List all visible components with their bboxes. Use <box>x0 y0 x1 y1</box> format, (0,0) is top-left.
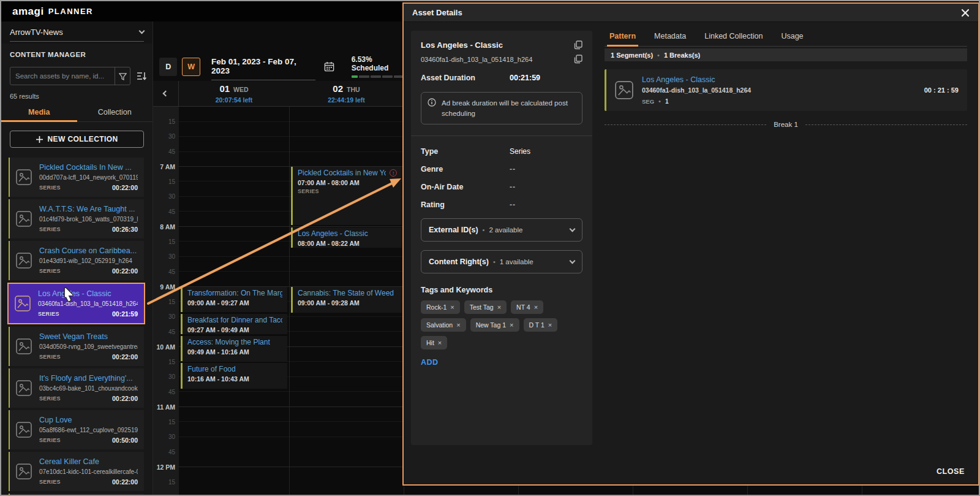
field-value: -- <box>510 165 516 174</box>
remove-tag-icon[interactable]: × <box>438 340 442 346</box>
remove-tag-icon[interactable]: × <box>450 304 454 311</box>
asset-duration: 00:21:59 <box>112 310 138 318</box>
field-label: Rating <box>421 200 510 209</box>
tab-metadata[interactable]: Metadata <box>654 32 686 40</box>
segment-number: 1 <box>665 98 669 105</box>
asset-id: 07e10dc1-kidc-101-cerealkillercafe-0... <box>39 468 138 475</box>
schedule-event[interactable]: Future of Food 10:16 AM - 10:43 AM <box>181 363 287 389</box>
tag-label: Hit <box>426 339 434 346</box>
sort-icon[interactable] <box>137 72 146 80</box>
tag-label: NT 4 <box>516 303 530 311</box>
asset-info-card: Los Angeles - Classic 03460fa1-dish_103_… <box>411 31 592 445</box>
date-range[interactable]: Feb 01, 2023 - Feb 07, 2023 <box>211 57 315 80</box>
content-rights-accordion[interactable]: Content Right(s) • 1 available <box>421 250 582 273</box>
list-item[interactable]: Sweet Vegan Treats 034d0509-rvng_109_swe… <box>9 327 144 366</box>
asset-duration-value: 00:21:59 <box>510 74 540 82</box>
tag-chip[interactable]: Test Tag× <box>464 300 507 314</box>
image-placeholder-icon <box>15 296 31 311</box>
tag-chip[interactable]: NT 4× <box>511 300 543 314</box>
asset-title: It's Floofy and Everything'... <box>39 374 138 383</box>
tags-title: Tags and Keywords <box>421 286 582 294</box>
event-title: Transformation: On The Margins <box>187 289 282 297</box>
asset-id: 05a8f686-ewt_112_cuplove_092519_... <box>39 427 138 433</box>
tag-label: Test Tag <box>470 303 494 311</box>
week-view-button[interactable]: W <box>182 58 200 76</box>
remove-tag-icon[interactable]: × <box>548 322 552 329</box>
field-label: Type <box>421 147 510 156</box>
event-title: Los Angeles - Classic <box>298 229 397 238</box>
list-item[interactable]: It's Floofy and Everything'... 03bc4c69-… <box>9 368 144 408</box>
tag-chip[interactable]: Salvation× <box>421 318 466 332</box>
remove-tag-icon[interactable]: × <box>510 322 513 329</box>
schedule-event[interactable]: Breakfast for Dinner and Taco-Bo... 09:2… <box>181 314 287 334</box>
app-screen: amagi PLANNER ArrowTV-News CONTENT MANAG… <box>0 0 980 496</box>
asset-duration: 00:22:00 <box>112 353 138 361</box>
accordion-value: 1 available <box>500 258 533 265</box>
day-column-header-wed[interactable]: 01WED 20:07:54 left <box>179 81 289 106</box>
tag-chip[interactable]: Hit× <box>421 336 447 349</box>
tab-pattern[interactable]: Pattern <box>609 32 636 40</box>
time-label: 15 <box>154 418 175 427</box>
list-item[interactable]: W.A.T.T.S: We Are Taught ... 01c4fd79-br… <box>9 199 144 238</box>
list-item-selected[interactable]: Los Angeles - Classic 03460fa1-dish_103_… <box>7 283 145 324</box>
new-collection-button[interactable]: NEW COLLECTION <box>10 131 144 148</box>
schedule-event[interactable]: Transformation: On The Margins 09:00 AM … <box>181 287 287 312</box>
day-column-header-thu[interactable]: 02THU 22:44:19 left <box>289 81 404 106</box>
tab-linked-collection[interactable]: Linked Collection <box>704 32 763 40</box>
asset-detail-id: 03460fa1-dish_103_la_051418_h264 <box>421 56 532 63</box>
schedule-event[interactable]: Cannabis: The State of Weed 09:00 AM - 0… <box>291 287 402 313</box>
list-item[interactable]: Cereal Killer Cafe 07e10dc1-kidc-101-cer… <box>9 452 144 491</box>
event-title: Access: Moving the Plant <box>187 338 282 346</box>
list-item[interactable]: Cup Love 05a8f686-ewt_112_cuplove_092519… <box>9 410 144 449</box>
segment-card[interactable]: Los Angeles - Classic 03460fa1-dish_103_… <box>605 69 967 111</box>
time-label: 15 <box>154 117 175 127</box>
tag-label: New Tag 1 <box>476 321 506 329</box>
copy-icon[interactable] <box>574 40 582 50</box>
close-button[interactable]: CLOSE <box>937 467 965 476</box>
filter-icon[interactable] <box>115 67 130 85</box>
asset-type: SERIES <box>39 185 61 191</box>
break-label: Break 1 <box>774 121 798 128</box>
asset-title: Cereal Killer Cafe <box>39 457 138 466</box>
previous-week-button[interactable] <box>153 81 179 106</box>
add-tag-button[interactable]: ADD <box>421 358 439 367</box>
remove-tag-icon[interactable]: × <box>456 322 460 329</box>
sidebar: ArrowTV-News CONTENT MANAGER 65 results <box>1 21 153 496</box>
event-title: Future of Food <box>187 365 282 373</box>
list-item[interactable]: Crash Course on Caribbea... 01e43d91-wib… <box>9 241 144 280</box>
day-view-button[interactable]: D <box>159 58 177 76</box>
schedule-event[interactable]: Los Angeles - Classic 08:00 AM - 08:22 A… <box>291 227 402 248</box>
tag-chip[interactable]: New Tag 1× <box>470 318 519 332</box>
breaks-count: 1 Breaks(s) <box>664 52 700 59</box>
time-left: 20:07:54 left <box>216 96 253 104</box>
tab-usage[interactable]: Usage <box>781 32 803 40</box>
tab-collection[interactable]: Collection <box>77 104 153 121</box>
tag-chip[interactable]: D T 1× <box>524 318 558 332</box>
tab-media[interactable]: Media <box>1 104 77 121</box>
image-placeholder-icon <box>16 169 32 185</box>
asset-detail-title: Los Angeles - Classic <box>421 40 503 50</box>
asset-title: Cup Love <box>39 416 138 424</box>
list-item[interactable] <box>9 494 144 496</box>
event-time: 07:00 AM - 08:00 AM <box>298 179 397 186</box>
asset-id: 03460fa1-dish_103_la_051418_h264 <box>38 300 138 307</box>
external-ids-accordion[interactable]: External ID(s) • 2 available <box>421 218 582 242</box>
time-label: 30 <box>154 192 175 202</box>
channel-selector[interactable]: ArrowTV-News <box>1 21 153 44</box>
copy-icon[interactable] <box>574 55 582 64</box>
search-box <box>10 67 130 85</box>
search-input[interactable] <box>10 72 115 80</box>
image-placeholder-icon <box>16 422 32 438</box>
remove-tag-icon[interactable]: × <box>497 304 501 311</box>
schedule-event[interactable]: Access: Moving the Plant 09:49 AM - 10:1… <box>181 336 287 361</box>
day-name: WED <box>233 86 249 93</box>
time-label: 15 <box>154 237 175 247</box>
remove-tag-icon[interactable]: × <box>534 304 538 311</box>
close-icon[interactable] <box>961 9 970 17</box>
event-title: Cannabis: The State of Weed <box>298 289 397 297</box>
tag-chip[interactable]: Rock-1× <box>421 300 460 314</box>
segment-label: SEG <box>642 98 654 105</box>
list-item[interactable]: Pickled Cocktails In New ... 00dd707a-lc… <box>9 158 144 197</box>
calendar-icon[interactable] <box>324 61 334 72</box>
schedule-event[interactable]: Pickled Cocktails in New York City ! 07:… <box>291 167 402 225</box>
